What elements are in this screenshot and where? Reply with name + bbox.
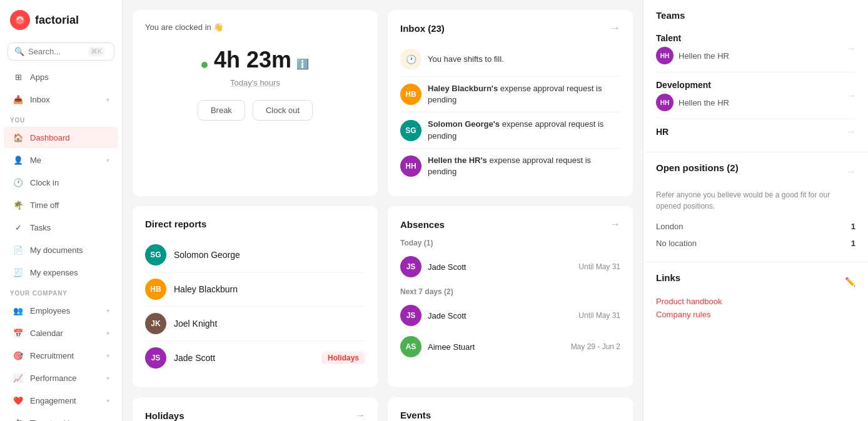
sidebar-item-label: Tasks (30, 223, 51, 232)
report-item-jade[interactable]: JS Jade Scott Holidays (145, 341, 365, 375)
links-title: Links (656, 272, 680, 283)
link-product-handbook[interactable]: Product handbook (656, 297, 855, 306)
sidebar-item-label: Clock in (30, 178, 59, 187)
events-card: Events (388, 397, 633, 421)
divider (656, 72, 855, 72)
position-count: 1 (851, 239, 855, 248)
links-header: Links ✏️ (656, 272, 855, 290)
avatar-jade-next: JS (400, 305, 421, 326)
team-arrow-icon: → (847, 44, 855, 54)
team-name-development: Development (656, 80, 729, 90)
report-item-joel[interactable]: JK Joel Knight (145, 307, 365, 341)
team-name-talent: Talent (656, 33, 729, 43)
inbox-sender-name: Haley Blackburn's (428, 84, 498, 93)
inbox-item-shifts[interactable]: 🕐 You have shifts to fill. (400, 42, 620, 77)
inbox-icon: 📥 (13, 94, 24, 105)
teams-section: Teams Talent HH Hellen the HR → Developm… (643, 0, 868, 152)
sidebar-item-my-expenses[interactable]: 🧾 My expenses (4, 262, 118, 283)
team-item-development[interactable]: Development HH Hellen the HR → (656, 75, 855, 116)
logo-text: factorial (35, 14, 79, 27)
recruit-icon: 🎯 (13, 350, 24, 361)
position-no-location: No location 1 (656, 235, 855, 252)
absence-item-aimee[interactable]: AS Aimee Stuart May 29 - Jun 2 (400, 331, 620, 362)
avatar-hellen: HH (400, 156, 421, 177)
search-input[interactable] (28, 47, 84, 56)
clock-icon: 🕐 (13, 177, 24, 188)
absence-item-jade-today[interactable]: JS Jade Scott Until May 31 (400, 251, 620, 282)
heart-icon: ❤️ (13, 395, 24, 406)
logo-icon (10, 10, 30, 30)
sidebar-item-tasks[interactable]: ✓ Tasks (4, 217, 118, 238)
sidebar-item-time-off[interactable]: 🌴 Time off (4, 194, 118, 215)
clock-icon: 🕐 (400, 49, 421, 70)
report-name: Haley Blackburn (174, 284, 238, 294)
sidebar-item-calendar[interactable]: 📅 Calendar ▾ (4, 322, 118, 344)
sidebar-item-employees[interactable]: 👥 Employees ▾ (4, 300, 118, 321)
report-item-solomon[interactable]: SG Solomon George (145, 238, 365, 272)
sidebar-item-me[interactable]: 👤 Me ▾ (4, 149, 118, 171)
avatar-jade-absence: JS (400, 256, 421, 277)
tasks-icon: ✓ (13, 222, 24, 233)
report-name: Jade Scott (174, 353, 215, 363)
edit-icon[interactable]: ✏️ (845, 277, 855, 287)
position-count: 1 (851, 222, 855, 231)
chevron-down-icon: ▾ (106, 397, 109, 404)
people-icon: 👥 (13, 305, 24, 316)
inbox-card: Inbox (23) → 🕐 You have shifts to fill. … (388, 10, 633, 196)
clock-label: Today's hours (145, 78, 365, 87)
team-sub-development: HH Hellen the HR (656, 94, 729, 111)
position-name: No location (656, 239, 697, 248)
sidebar-item-dashboard[interactable]: 🏠 Dashboard (4, 127, 118, 148)
inbox-header: Inbox (23) → (400, 22, 620, 34)
sidebar-item-time-tracking[interactable]: ⏱ Time tracking (4, 412, 118, 421)
sidebar-item-engagement[interactable]: ❤️ Engagement ▾ (4, 390, 118, 411)
inbox-arrow-icon[interactable]: → (610, 22, 620, 34)
open-positions-arrow-icon[interactable]: → (847, 167, 855, 177)
sidebar-item-label: Time off (30, 201, 59, 210)
team-item-talent[interactable]: Talent HH Hellen the HR → (656, 28, 855, 69)
sidebar-item-clock-in[interactable]: 🕐 Clock in (4, 172, 118, 193)
sidebar: factorial 🔍 ⌘K ⊞ Apps 📥 Inbox ▾ YOU 🏠 Da… (0, 0, 123, 421)
chevron-down-icon: ▾ (106, 157, 109, 164)
clock-actions: Break Clock out (145, 100, 365, 121)
break-button[interactable]: Break (198, 100, 245, 121)
sidebar-item-label: Dashboard (30, 133, 70, 142)
sidebar-item-recruitment[interactable]: 🎯 Recruitment ▾ (4, 345, 118, 366)
reports-header: Direct reports (145, 219, 365, 229)
avatar-haley: HB (400, 84, 421, 105)
clockout-button[interactable]: Clock out (253, 100, 313, 121)
link-company-rules[interactable]: Company rules (656, 310, 855, 319)
avatar-aimee: AS (400, 336, 421, 357)
events-header: Events (400, 410, 620, 420)
inbox-sender-name: Solomon George's (428, 119, 500, 129)
sidebar-item-performance[interactable]: 📈 Performance ▾ (4, 367, 118, 389)
open-positions-section: Open positions (2) → Refer anyone you be… (643, 152, 868, 262)
absences-arrow-icon[interactable]: → (610, 219, 620, 230)
sidebar-item-label: Me (30, 156, 41, 165)
absence-date: Until May 31 (578, 311, 620, 320)
sidebar-item-my-documents[interactable]: 📄 My documents (4, 239, 118, 260)
inbox-item-hellen[interactable]: HH Hellen the HR's expense approval requ… (400, 149, 620, 184)
inbox-item-solomon[interactable]: SG Solomon George's expense approval req… (400, 112, 620, 148)
reports-title: Direct reports (145, 219, 206, 229)
search-bar[interactable]: 🔍 ⌘K (8, 42, 114, 61)
report-item-haley[interactable]: HB Haley Blackburn (145, 272, 365, 307)
sidebar-item-inbox[interactable]: 📥 Inbox ▾ (4, 89, 118, 110)
absence-date: May 29 - Jun 2 (571, 342, 620, 351)
holidays-arrow-icon[interactable]: → (355, 410, 365, 421)
team-item-hr[interactable]: HR → (656, 122, 855, 142)
sidebar-item-label: Employees (30, 306, 70, 315)
report-name: Joel Knight (174, 319, 217, 329)
events-title: Events (400, 410, 431, 420)
you-section-label: YOU (0, 111, 122, 126)
sidebar-item-apps[interactable]: ⊞ Apps (4, 66, 118, 87)
sidebar-item-label: Time tracking (30, 419, 79, 422)
sidebar-item-label: Calendar (30, 329, 63, 338)
avatar-solomon: SG (400, 120, 421, 141)
absences-title: Absences (400, 219, 445, 230)
grid-icon: ⊞ (13, 71, 24, 82)
inbox-item-haley[interactable]: HB Haley Blackburn's expense approval re… (400, 77, 620, 112)
absence-item-jade-next[interactable]: JS Jade Scott Until May 31 (400, 300, 620, 331)
team-arrow-icon: → (847, 127, 855, 137)
clock-time: 4h 23m (214, 47, 291, 72)
